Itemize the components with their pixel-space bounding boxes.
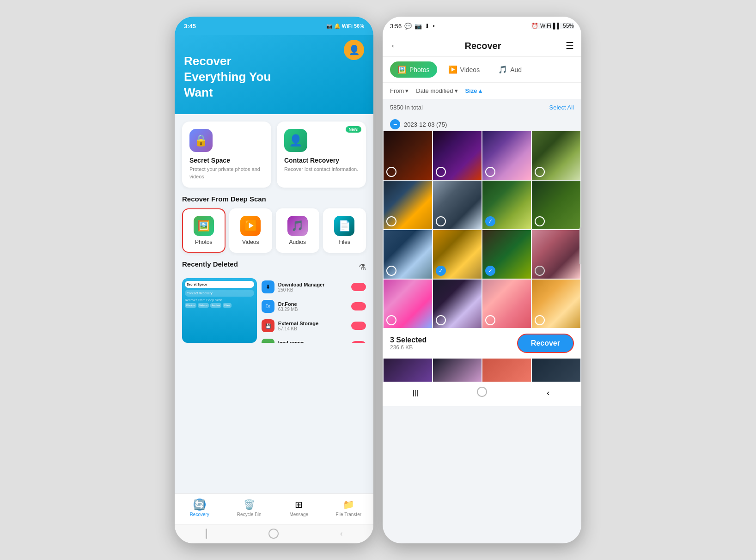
right-battery: 55% <box>563 23 574 29</box>
photo-cell[interactable] <box>433 181 482 229</box>
recently-deleted-title: Recently Deleted <box>182 260 238 268</box>
wifi-icon: WiFi <box>540 23 551 29</box>
app-toggle[interactable] <box>351 302 366 310</box>
photo-cell-partial[interactable] <box>384 359 432 382</box>
gesture-chevron: ‹ <box>340 530 342 538</box>
photo-cell[interactable] <box>384 230 432 279</box>
left-gesture-bar: ‹ <box>175 524 373 543</box>
hero-section: 👤 Recover Everything You Want <box>175 35 373 114</box>
photo-cell[interactable] <box>482 131 531 180</box>
photo-cell[interactable] <box>433 280 482 328</box>
photo-check[interactable]: ✓ <box>436 266 446 276</box>
photo-cell[interactable] <box>532 181 580 229</box>
photo-check[interactable]: ✓ <box>485 216 495 226</box>
files-icon: 📄 <box>334 216 354 236</box>
photo-cell[interactable] <box>532 280 580 328</box>
select-all-button[interactable]: Select All <box>549 104 574 111</box>
photo-check[interactable] <box>535 167 545 177</box>
app-toggle[interactable] <box>351 283 366 291</box>
menu-gesture-icon: ||| <box>410 387 422 399</box>
scan-audios[interactable]: 🎵 Audios <box>276 208 319 253</box>
drfone-icon: Dr <box>262 300 274 313</box>
photo-cell[interactable]: ✓ <box>482 230 531 279</box>
photo-cell-partial[interactable] <box>433 359 482 382</box>
secret-space-card[interactable]: 🔒 Secret Space Protect your private phot… <box>182 122 271 188</box>
right-nav-menu[interactable]: ||| <box>383 387 449 399</box>
photo-cell[interactable] <box>384 280 432 328</box>
tab-photos[interactable]: 🖼️ Photos <box>390 61 437 78</box>
recover-button[interactable]: Recover <box>517 334 574 353</box>
nav-recovery[interactable]: 🔄 Recovery <box>175 499 225 517</box>
photo-check[interactable] <box>386 315 396 325</box>
scan-videos[interactable]: ▶️ Videos <box>229 208 273 253</box>
recycle-bin-nav-icon: 🗑️ <box>243 499 255 511</box>
photo-cell[interactable] <box>384 181 432 229</box>
recently-deleted-list: Secret Space Contact Recovery Recover Fr… <box>182 278 366 343</box>
filter-date[interactable]: Date modified ▾ <box>416 87 457 94</box>
gesture-pill <box>206 529 207 539</box>
right-nav-home[interactable] <box>449 387 515 399</box>
photo-check[interactable] <box>386 167 396 177</box>
scrollbar[interactable] <box>579 227 581 264</box>
photo-check[interactable] <box>436 315 446 325</box>
nav-recycle-bin[interactable]: 🗑️ Recycle Bin <box>225 499 274 517</box>
home-gesture-icon <box>477 387 487 397</box>
contact-recovery-card[interactable]: New! 👤 Contact Recovery Recover lost con… <box>277 122 366 188</box>
photo-check[interactable] <box>386 216 396 226</box>
avatar[interactable]: 👤 <box>344 40 364 60</box>
download-icon: ⬇ <box>425 23 430 30</box>
photo-check[interactable]: ✓ <box>485 266 495 276</box>
ext-storage-icon: 💾 <box>262 319 274 332</box>
scan-photos[interactable]: 🖼️ Photos <box>182 208 226 253</box>
filter-menu-icon[interactable]: ☰ <box>566 40 574 51</box>
right-nav-back[interactable]: ‹ <box>515 387 581 399</box>
photo-check[interactable] <box>436 167 446 177</box>
scan-files[interactable]: 📄 Files <box>323 208 366 253</box>
selection-bar: 3 Selected 236.6 KB Recover <box>383 328 581 359</box>
photo-check[interactable] <box>485 315 495 325</box>
collapse-group-button[interactable]: − <box>390 119 400 129</box>
rd-app-list: ⬇ Download Manager 250 KB Dr Dr.Fone 63.… <box>262 278 366 343</box>
filter-icon[interactable]: ⚗ <box>359 262 366 272</box>
contact-recovery-title: Contact Recovery <box>284 157 359 164</box>
photo-cell[interactable] <box>532 131 580 180</box>
photo-cell-partial[interactable] <box>532 359 580 382</box>
photos-label: Photos <box>195 239 212 245</box>
secret-space-icon: 🔒 <box>189 129 213 152</box>
photo-cell[interactable] <box>532 230 580 279</box>
filter-from[interactable]: From ▾ <box>390 87 408 94</box>
photo-cell[interactable]: ✓ <box>433 230 482 279</box>
deep-scan-grid: 🖼️ Photos ▶️ Videos 🎵 Audios 📄 Files <box>182 208 366 253</box>
photo-check[interactable] <box>535 266 545 276</box>
photo-check[interactable] <box>535 216 545 226</box>
photo-cell[interactable] <box>482 280 531 328</box>
back-button[interactable]: ← <box>390 40 400 52</box>
photo-check[interactable] <box>386 266 396 276</box>
rd-app-item: 💾 External Storage 57.14 KB <box>262 317 366 335</box>
deep-scan-title: Recover From Deep Scan <box>182 195 366 203</box>
photo-cell[interactable]: ✓ <box>482 181 531 229</box>
tab-videos[interactable]: ▶️ Videos <box>441 61 488 78</box>
selected-count: 3 Selected <box>390 336 427 344</box>
photo-check[interactable] <box>485 167 495 177</box>
photo-cell[interactable] <box>433 131 482 180</box>
app-size: 57.14 KB <box>278 326 348 331</box>
nav-file-transfer[interactable]: 📁 File Transfer <box>324 499 374 517</box>
nav-message[interactable]: ⊞ Message <box>274 499 324 517</box>
dot-indicator: • <box>433 23 435 30</box>
message-nav-icon: ⊞ <box>293 499 305 511</box>
size-arrow: ▴ <box>479 87 482 94</box>
gesture-circle <box>268 529 279 539</box>
tab-audios[interactable]: 🎵 Aud <box>491 61 529 78</box>
photo-check[interactable] <box>535 315 545 325</box>
grid-header: 5850 in total Select All <box>383 99 581 116</box>
app-toggle[interactable] <box>351 341 366 343</box>
photo-cell-partial[interactable] <box>482 359 531 382</box>
filter-size[interactable]: Size ▴ <box>465 87 482 94</box>
photo-cell[interactable] <box>384 131 432 180</box>
photo-check[interactable] <box>436 216 446 226</box>
app-toggle[interactable] <box>351 322 366 330</box>
top-bar: ← Recover ☰ <box>383 35 581 57</box>
contact-recovery-icon: 👤 <box>284 129 307 152</box>
cards-row: 🔒 Secret Space Protect your private phot… <box>182 122 366 188</box>
